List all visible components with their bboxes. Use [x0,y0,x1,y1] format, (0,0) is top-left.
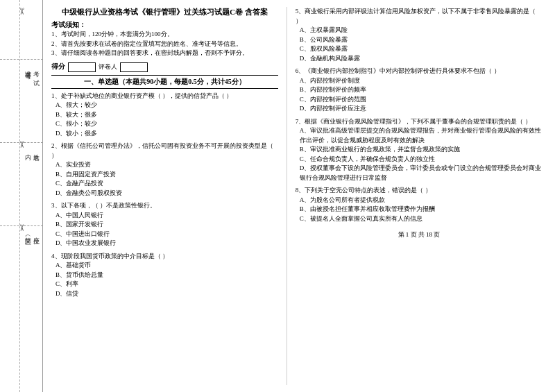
question-5: 5、商业银行采用内部评级法计算信用风险加权资产，以下不属于非零售风险暴露的是（ … [296,7,543,63]
reviewer-label: 评卷人 [99,62,117,71]
q6-body: 《商业银行内部控制指引》中对内部控制评价进行具体要求不包括（ ） [305,67,500,74]
q6-option-c: C、内部控制评价的范围 [300,95,543,105]
question-3-text: 3、以下各项，（ ）不是政策性银行。 [51,201,278,211]
q5-body: 商业银行采用内部评级法计算信用风险加权资产，以下不属于非零售风险暴露的是（ ） [296,8,536,24]
margin-label-nei: 内 [24,149,32,150]
question-8: 8、下列关于空壳公司特点的表述，错误的是（ ） A、为股名公司所有者提供税款 B… [296,186,543,223]
margin-line-3 [0,225,43,226]
q8-body: 下列关于空壳公司特点的表述，错误的是（ ） [305,187,431,194]
q8-option-c: C、被提名人全面掌握公司真实所有人的信息 [300,214,543,224]
q2-number: 2、 [51,142,61,149]
q2-body: 根据《信托公司管理办法》，信托公司固有投资业务不可开展的投资类型是（ ） [51,142,273,159]
margin-line-1 [0,59,43,60]
score-label: 得分 [51,62,65,71]
q7-number: 7、 [296,118,305,125]
question-3: 3、以下各项，（ ）不是政策性银行。 A、中国人民银行 B、国家开发银行 C、中… [51,201,278,248]
q1-option-a: A、很大；较少 [56,101,278,110]
q6-option-d: D、内部控制评价应注意 [300,104,543,114]
margin-label-zuowei: 座位 [32,232,40,234]
question-4-text: 4、现阶段我国货币政策的中介目标是（ ） [51,252,278,262]
question-7: 7、根据《商业银行合规风险管理指引》，下列不属于董事会的合规管理职责的是（ ） … [296,117,543,183]
q7-body: 根据《商业银行合规风险管理指引》，下列不属于董事会的合规管理职责的是（ ） [305,118,531,125]
page-wrapper: ✂ ✂ ✂ 考 试 准考证号 姓名 内 座位 第（区）... 中级银行从业资格考… [0,0,555,392]
q2-option-b: B、自用固定资产投资 [56,170,278,180]
q2-option-c: C、金融产品投资 [56,179,278,189]
instruction-2: 2、请首先按要求在试卷的指定位置填写您的姓名、准考证号等信息。 [51,40,278,49]
main-content: 中级银行从业资格考试《银行管理》过关练习试题C卷 含答案 考试须知： 1、考试时… [43,0,555,392]
q8-option-b: B、由被授名担任董事并相应收取管理费作为报酬 [300,205,543,214]
document-title: 中级银行从业资格考试《银行管理》过关练习试题C卷 含答案 [51,7,278,17]
margin-line-2 [0,142,43,143]
q1-option-d: D、较小；很多 [56,129,278,139]
question-5-text: 5、商业银行采用内部评级法计算信用风险加权资产，以下不属于非零售风险暴露的是（ … [296,7,543,26]
margin-label-quyu: 第（区）... [24,232,32,241]
q5-option-a: A、主权暴露风险 [300,26,543,35]
q5-option-b: B、公司风险暴露 [300,35,543,45]
q5-number: 5、 [296,8,305,15]
section1-header: 一、单选题（本题共90小题，每题0.5分，共计45分） [51,75,278,89]
left-margin: ✂ ✂ ✂ 考 试 准考证号 姓名 内 座位 第（区）... [0,0,43,392]
q3-option-a: A、中国人民银行 [56,211,278,221]
q8-option-a: A、为股名公司所有者提供税款 [300,196,543,205]
question-2-text: 2、根据《信托公司管理办法》，信托公司固有投资业务不可开展的投资类型是（ ） [51,142,278,160]
q1-option-c: C、很小；较少 [56,119,278,129]
q1-number: 1、 [51,92,61,99]
q7-option-c: C、任命合规负责人，并确保合规负责人的独立性 [300,155,543,164]
q5-option-c: C、股权风险暴露 [300,44,543,54]
margin-label-kaoshi: 考 [32,66,40,67]
q4-number: 4、 [51,253,61,259]
margin-label-xingming: 姓名 [32,149,40,151]
q3-body: 以下各项，（ ）不是政策性银行。 [61,202,156,209]
q2-option-d: D、金融类公司股权投资 [56,189,278,198]
question-6-text: 6、《商业银行内部控制指引》中对内部控制评价进行具体要求不包括（ ） [296,67,543,76]
q5-option-d: D、金融机构风险暴露 [300,54,543,64]
q3-option-b: B、国家开发银行 [56,220,278,230]
instructions-section: 考试须知： 1、考试时间，120分钟，本套满分为100分。 2、请首先按要求在试… [51,20,278,58]
q6-number: 6、 [296,67,305,74]
q6-option-a: A、内部控制评价制度 [300,76,543,86]
q3-option-c: C、中国进出口银行 [56,230,278,239]
margin-label-zhunkaozhenghao: 准考证号 [24,66,32,69]
q7-option-a: A、审议批准高级管理层提交的合规风险管理报告，并对商业银行管理合规风险的有效性作… [300,126,543,145]
instructions-label: 考试须知： [51,21,86,28]
score-box: 得分 评卷人 [51,62,278,72]
question-1: 1、处于补缺式地位的商业银行资产模（ ），提供的信贷产品（ ） A、很大；较少 … [51,92,278,139]
question-7-text: 7、根据《商业银行合规风险管理指引》，下列不属于董事会的合规管理职责的是（ ） [296,117,543,127]
q3-number: 3、 [51,202,61,209]
question-4: 4、现阶段我国货币政策的中介目标是（ ） A、基础货币 B、货币供给总量 C、利… [51,252,278,299]
q1-body: 处于补缺式地位的商业银行资产模（ ），提供的信贷产品（ ） [61,92,233,99]
scissors-icon-top: ✂ [16,8,27,15]
q6-option-b: B、内部控制评价的频率 [300,85,543,95]
instruction-1: 1、考试时间，120分钟，本套满分为100分。 [51,30,278,40]
question-1-text: 1、处于补缺式地位的商业银行资产模（ ），提供的信贷产品（ ） [51,92,278,101]
page-number: 第 1 页 共 18 页 [296,230,543,239]
q1-option-b: B、较大；很多 [56,110,278,120]
left-column: 中级银行从业资格考试《银行管理》过关练习试题C卷 含答案 考试须知： 1、考试时… [51,7,287,385]
q4-body: 现阶段我国货币政策的中介目标是（ ） [61,253,169,259]
question-2: 2、根据《信托公司管理办法》，信托公司固有投资业务不可开展的投资类型是（ ） A… [51,142,278,198]
margin-dashed-line [19,0,20,392]
q8-number: 8、 [296,187,305,194]
question-6: 6、《商业银行内部控制指引》中对内部控制评价进行具体要求不包括（ ） A、内部控… [296,67,543,114]
q4-option-a: A、基础货币 [56,261,278,271]
q3-option-d: D、中国农业发展银行 [56,239,278,248]
q7-option-d: D、授权董事会下设的风险管理委员会，审计委员会或专门设立的合规管理委员会对商业银… [300,164,543,182]
q4-option-b: B、货币供给总量 [56,271,278,280]
right-column: 5、商业银行采用内部评级法计算信用风险加权资产，以下不属于非零售风险暴露的是（ … [287,7,543,385]
q2-option-a: A、实业投资 [56,160,278,170]
reviewer-field[interactable] [120,62,148,72]
score-field[interactable] [68,62,96,72]
q4-option-d: D、信贷 [56,289,278,299]
question-8-text: 8、下列关于空壳公司特点的表述，错误的是（ ） [296,186,543,196]
q7-option-b: B、审议批准商业银行的合规政策，并监督合规政策的实施 [300,145,543,155]
instruction-3: 3、请仔细阅读各种题目的回答要求，在密封线内解题，否则不予评分。 [51,49,278,58]
q4-option-c: C、利率 [56,280,278,289]
margin-label-kaoshi2: 试 [32,75,40,76]
